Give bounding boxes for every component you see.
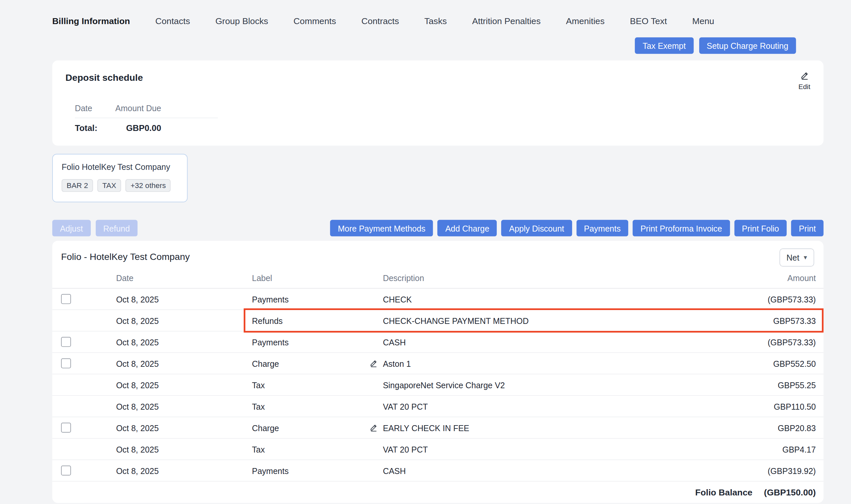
deposit-total-label: Total: bbox=[75, 123, 112, 133]
table-row: Oct 8, 2025 Payments CASH (GBP319.92) bbox=[52, 460, 823, 482]
row-amount: GBP573.33 bbox=[706, 316, 816, 325]
folio-balance-row: Folio Balance (GBP150.00) bbox=[52, 482, 823, 503]
chevron-down-icon: ▾ bbox=[804, 254, 807, 260]
row-description-text: CHECK bbox=[383, 294, 412, 304]
row-checkbox[interactable] bbox=[61, 359, 71, 368]
adjust-button[interactable]: Adjust bbox=[52, 220, 90, 236]
edit-pencil-icon bbox=[800, 72, 809, 82]
viewport: Billing InformationContactsGroup BlocksC… bbox=[0, 0, 851, 504]
more-payment-methods-button[interactable]: More Payment Methods bbox=[330, 220, 433, 236]
row-amount: GBP55.25 bbox=[706, 380, 816, 389]
folio-card-header: Folio - HotelKey Test Company Net ▾ bbox=[52, 241, 823, 267]
folio-table-body: Oct 8, 2025 Payments CHECK (GBP573.33) O… bbox=[52, 289, 823, 482]
row-description-text: SingaporeNet Service Charge V2 bbox=[383, 380, 505, 389]
folio-balance-label: Folio Balance bbox=[695, 487, 752, 497]
row-description-text: VAT 20 PCT bbox=[383, 401, 428, 411]
deposit-table-header: Date Amount Due bbox=[75, 98, 218, 119]
row-description-text: Aston 1 bbox=[383, 359, 411, 368]
folio-table-header: Date Label Description Amount bbox=[52, 267, 823, 289]
tab-menu[interactable]: Menu bbox=[692, 17, 714, 26]
table-row: Oct 8, 2025 Tax VAT 20 PCT GBP110.50 bbox=[52, 396, 823, 417]
header-label: Label bbox=[252, 273, 383, 282]
row-checkbox-cell bbox=[61, 294, 116, 304]
folio-action-buttons: More Payment MethodsAdd ChargeApply Disc… bbox=[330, 220, 823, 236]
row-amount: GBP20.83 bbox=[706, 423, 816, 432]
billing-page: Billing InformationContactsGroup BlocksC… bbox=[0, 0, 851, 504]
tab-bar: Billing InformationContactsGroup BlocksC… bbox=[0, 0, 851, 30]
tab-contracts[interactable]: Contracts bbox=[362, 17, 399, 26]
row-amount: GBP552.50 bbox=[706, 359, 816, 368]
row-date: Oct 8, 2025 bbox=[116, 337, 252, 346]
refund-button[interactable]: Refund bbox=[95, 220, 137, 236]
folio-chips: BAR 2TAX+32 others bbox=[62, 179, 178, 192]
tab-attrition-penalties[interactable]: Attrition Penalties bbox=[472, 17, 541, 26]
row-amount: (GBP573.33) bbox=[706, 337, 816, 346]
tab-comments[interactable]: Comments bbox=[293, 17, 336, 26]
row-label: Payments bbox=[252, 294, 383, 304]
add-charge-button[interactable]: Add Charge bbox=[438, 220, 497, 236]
row-checkbox[interactable] bbox=[61, 423, 71, 433]
table-row: Oct 8, 2025 Charge EARLY CHECK IN FEE GB… bbox=[52, 417, 823, 439]
net-filter-dropdown[interactable]: Net ▾ bbox=[779, 248, 814, 266]
row-description-text: CASH bbox=[383, 466, 406, 475]
tab-group-blocks[interactable]: Group Blocks bbox=[215, 17, 268, 26]
table-row: Oct 8, 2025 Payments CHECK (GBP573.33) bbox=[52, 289, 823, 310]
row-description: CASH bbox=[383, 466, 706, 475]
row-amount: GBP110.50 bbox=[706, 401, 816, 411]
deposit-total-value: GBP0.00 bbox=[111, 123, 161, 133]
table-row: Oct 8, 2025 Refunds CHECK-CHANGE PAYMENT… bbox=[52, 310, 823, 331]
row-label: Refunds bbox=[252, 316, 383, 325]
setup-charge-routing-button[interactable]: Setup Charge Routing bbox=[699, 37, 796, 54]
deposit-schedule-card: Deposit schedule Edit Date Amount Due bbox=[52, 60, 823, 145]
row-date: Oct 8, 2025 bbox=[116, 294, 252, 304]
row-checkbox-cell bbox=[61, 466, 116, 475]
row-description-text: EARLY CHECK IN FEE bbox=[383, 423, 469, 432]
tab-tasks[interactable]: Tasks bbox=[424, 17, 447, 26]
row-description: Aston 1 bbox=[383, 359, 706, 368]
table-row: Oct 8, 2025 Tax SingaporeNet Service Cha… bbox=[52, 374, 823, 396]
row-date: Oct 8, 2025 bbox=[116, 401, 252, 411]
print-folio-button[interactable]: Print Folio bbox=[734, 220, 787, 236]
edit-icon[interactable] bbox=[370, 360, 377, 367]
print-proforma-invoice-button[interactable]: Print Proforma Invoice bbox=[633, 220, 730, 236]
edit-icon[interactable] bbox=[370, 424, 377, 431]
tax-exempt-button[interactable]: Tax Exempt bbox=[635, 37, 693, 54]
header-description: Description bbox=[383, 273, 706, 282]
deposit-col-date: Date bbox=[75, 103, 112, 112]
folio-actions-left: Adjust Refund bbox=[52, 220, 137, 236]
row-description: CHECK bbox=[383, 294, 706, 304]
deposit-schedule-table: Date Amount Due Total: GBP0.00 bbox=[75, 98, 218, 138]
folio-actions-row: Adjust Refund More Payment MethodsAdd Ch… bbox=[52, 220, 823, 236]
deposit-edit-button[interactable]: Edit bbox=[799, 72, 811, 91]
row-checkbox[interactable] bbox=[61, 337, 71, 347]
row-amount: GBP4.17 bbox=[706, 444, 816, 453]
row-date: Oct 8, 2025 bbox=[116, 316, 252, 325]
row-label: Payments bbox=[252, 337, 383, 346]
tab-beo-text[interactable]: BEO Text bbox=[630, 17, 667, 26]
tab-billing-information[interactable]: Billing Information bbox=[52, 17, 130, 26]
net-filter-value: Net bbox=[786, 253, 799, 262]
folio-chip-bar-2[interactable]: BAR 2 bbox=[62, 179, 93, 192]
folio-chip-32-others[interactable]: +32 others bbox=[125, 179, 171, 192]
folio-summary-card[interactable]: Folio HotelKey Test Company BAR 2TAX+32 … bbox=[52, 154, 188, 202]
deposit-total-row: Total: GBP0.00 bbox=[75, 118, 218, 138]
folio-chip-tax[interactable]: TAX bbox=[98, 179, 121, 192]
tab-amenities[interactable]: Amenities bbox=[566, 17, 604, 26]
deposit-edit-label: Edit bbox=[799, 83, 811, 91]
print-button[interactable]: Print bbox=[791, 220, 823, 236]
row-date: Oct 8, 2025 bbox=[116, 444, 252, 453]
row-label: Tax bbox=[252, 444, 383, 453]
row-amount: (GBP573.33) bbox=[706, 294, 816, 304]
tab-contacts[interactable]: Contacts bbox=[155, 17, 190, 26]
row-description: CASH bbox=[383, 337, 706, 346]
apply-discount-button[interactable]: Apply Discount bbox=[501, 220, 572, 236]
row-checkbox-cell bbox=[61, 423, 116, 433]
folio-table-card: Folio - HotelKey Test Company Net ▾ Date… bbox=[52, 241, 823, 503]
folio-table-title: Folio - HotelKey Test Company bbox=[61, 252, 190, 263]
row-checkbox[interactable] bbox=[61, 294, 71, 304]
payments-button[interactable]: Payments bbox=[576, 220, 628, 236]
deposit-col-amount-due: Amount Due bbox=[111, 103, 161, 112]
row-date: Oct 8, 2025 bbox=[116, 466, 252, 475]
row-checkbox[interactable] bbox=[61, 466, 71, 475]
deposit-schedule-title: Deposit schedule bbox=[65, 73, 810, 84]
